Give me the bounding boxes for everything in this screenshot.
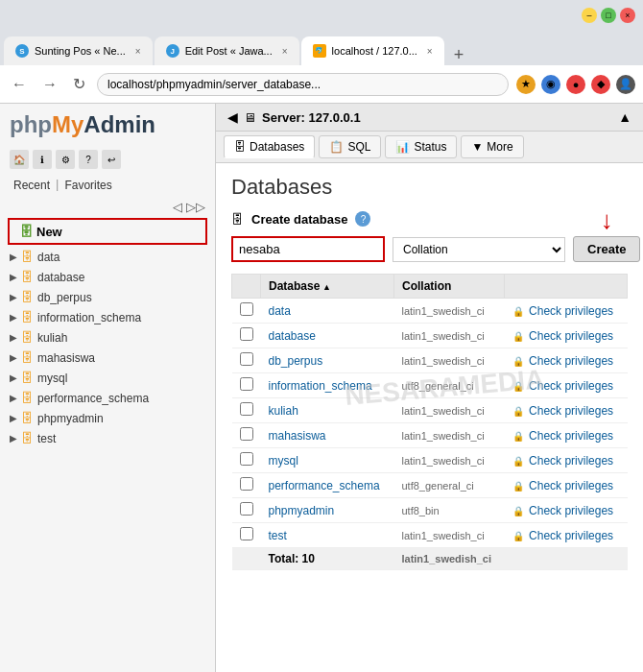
title-bar-controls: – □ ×	[582, 8, 635, 23]
create-button[interactable]: Create	[573, 236, 640, 262]
tab-edit[interactable]: J Edit Post « Jawa... ×	[155, 36, 299, 65]
row-name-mahasiswa: mahasiswa	[261, 423, 394, 448]
sidebar-tab-recent[interactable]: Recent	[10, 177, 54, 194]
user-avatar[interactable]: 👤	[616, 75, 635, 94]
sidebar-icon-exit[interactable]: ↩	[102, 150, 121, 169]
db-link-information_schema[interactable]: information_schema	[269, 379, 372, 393]
extension-icon-4[interactable]: ◆	[591, 75, 610, 94]
databases-label: Databases	[250, 140, 304, 154]
create-btn-wrapper: ↓ Create	[573, 236, 640, 262]
checkbox-data[interactable]	[240, 302, 253, 316]
sidebar-db-item-data[interactable]: ▶ 🗄 data	[0, 247, 215, 267]
sidebar-db-item-mahasiswa[interactable]: ▶ 🗄 mahasiswa	[0, 348, 215, 368]
sidebar-icon-home[interactable]: 🏠	[10, 150, 29, 169]
checkpriv-link-mysql[interactable]: Check privileges	[529, 454, 613, 468]
checkbox-test[interactable]	[240, 527, 253, 540]
row-checkbox-phpmyadmin	[232, 498, 261, 523]
more-label: More	[487, 140, 512, 154]
checkbox-performance_schema[interactable]	[240, 477, 253, 491]
sidebar-db-item-test[interactable]: ▶ 🗄 test	[0, 428, 215, 448]
minimize-button[interactable]: –	[582, 8, 597, 23]
db-name-performance_schema: performance_schema	[37, 392, 149, 405]
checkbox-phpmyadmin[interactable]	[240, 502, 253, 516]
row-collation-test: latin1_swedish_ci	[393, 523, 504, 548]
row-collation-db_perpus: latin1_swedish_ci	[393, 348, 504, 373]
tab-close-pma[interactable]: ×	[427, 46, 433, 57]
checkbox-database[interactable]	[240, 327, 253, 341]
checkpriv-link-db_perpus[interactable]: Check privileges	[529, 354, 613, 368]
sidebar-icon-help[interactable]: ?	[79, 150, 98, 169]
close-button[interactable]: ×	[620, 8, 635, 23]
checkpriv-link-performance_schema[interactable]: Check privileges	[529, 479, 613, 492]
logo-php: php	[10, 111, 52, 137]
sidebar-db-item-performance_schema[interactable]: ▶ 🗄 performance_schema	[0, 388, 215, 408]
sidebar-icon-info[interactable]: ℹ	[33, 150, 52, 169]
db-link-database[interactable]: database	[269, 329, 316, 343]
db-icon-phpmyadmin: 🗄	[21, 411, 34, 425]
extension-icon-1[interactable]: ★	[516, 75, 536, 94]
checkpriv-link-kuliah[interactable]: Check privileges	[529, 404, 613, 418]
forward-button[interactable]: →	[38, 74, 61, 95]
maximize-button[interactable]: □	[601, 8, 616, 23]
db-link-mahasiswa[interactable]: mahasiswa	[269, 429, 326, 443]
expand-icon[interactable]: ▷▷	[186, 200, 205, 214]
checkbox-kuliah[interactable]	[240, 402, 253, 416]
sidebar-db-item-information_schema[interactable]: ▶ 🗄 information_schema	[0, 307, 215, 327]
sidebar-icon-settings[interactable]: ⚙	[56, 150, 75, 169]
sidebar-db-item-mysql[interactable]: ▶ 🗄 mysql	[0, 368, 215, 388]
db-link-mysql[interactable]: mysql	[269, 454, 298, 468]
reload-button[interactable]: ↻	[69, 73, 89, 95]
checkbox-information_schema[interactable]	[240, 377, 253, 391]
sidebar-db-item-db_perpus[interactable]: ▶ 🗄 db_perpus	[0, 287, 215, 307]
sidebar-tab-favorites[interactable]: Favorites	[60, 177, 115, 194]
tab-bar: S Sunting Pos « Ne... × J Edit Post « Ja…	[0, 31, 643, 65]
db-link-kuliah[interactable]: kuliah	[269, 404, 298, 418]
th-database[interactable]: Database	[261, 275, 394, 299]
checkbox-db_perpus[interactable]	[240, 352, 253, 366]
nav-more-button[interactable]: ▼ More	[461, 135, 523, 158]
db-link-db_perpus[interactable]: db_perpus	[269, 354, 323, 368]
sidebar-db-item-database[interactable]: ▶ 🗄 database	[0, 267, 215, 287]
extension-icon-2[interactable]: ◉	[541, 75, 560, 94]
db-link-performance_schema[interactable]: performance_schema	[269, 479, 380, 492]
nav-sql-button[interactable]: 📋 SQL	[319, 135, 381, 158]
new-tab-button[interactable]: +	[446, 45, 472, 65]
extension-icon-3[interactable]: ●	[566, 75, 585, 94]
db-link-data[interactable]: data	[269, 304, 291, 318]
checkpriv-link-test[interactable]: Check privileges	[529, 529, 613, 542]
create-db-input[interactable]	[231, 236, 385, 262]
table-header-row: Database Collation	[232, 275, 628, 299]
new-database-button[interactable]: 🗄 New	[8, 218, 207, 245]
tab-close-edit[interactable]: ×	[282, 46, 288, 57]
back-arrow[interactable]: ◀	[227, 109, 238, 125]
db-link-phpmyadmin[interactable]: phpmyadmin	[269, 504, 335, 517]
nav-status-button[interactable]: 📊 Status	[385, 135, 457, 158]
tab-sunting[interactable]: S Sunting Pos « Ne... ×	[4, 36, 153, 65]
row-collation-phpmyadmin: utf8_bin	[393, 498, 504, 523]
tab-close-sunting[interactable]: ×	[135, 46, 141, 57]
header-expand[interactable]: ▲	[618, 109, 631, 125]
info-icon[interactable]: ?	[355, 211, 370, 227]
tab-title-edit: Edit Post « Jawa...	[185, 45, 273, 57]
row-checkpriv-mysql: 🔒 Check privileges	[505, 448, 628, 473]
collapse-icon[interactable]: ◁	[173, 200, 182, 214]
checkbox-mysql[interactable]	[240, 452, 253, 466]
sidebar-db-item-phpmyadmin[interactable]: ▶ 🗄 phpmyadmin	[0, 408, 215, 428]
checkpriv-link-information_schema[interactable]: Check privileges	[529, 379, 613, 393]
checkpriv-link-mahasiswa[interactable]: Check privileges	[529, 429, 613, 443]
nav-databases-button[interactable]: 🗄 Databases	[224, 135, 315, 158]
address-input[interactable]	[97, 73, 509, 96]
database-table: Database Collation data latin1_swedish_c…	[231, 274, 628, 570]
tab-phpmyadmin[interactable]: 🐬 localhost / 127.0... ×	[301, 36, 444, 65]
row-checkpriv-phpmyadmin: 🔒 Check privileges	[505, 498, 628, 523]
collation-select[interactable]: Collation utf8_general_ci latin1_swedish…	[393, 237, 565, 262]
checkpriv-link-database[interactable]: Check privileges	[529, 329, 613, 343]
th-collation[interactable]: Collation	[393, 275, 504, 299]
checkpriv-link-phpmyadmin[interactable]: Check privileges	[529, 504, 613, 517]
back-button[interactable]: ←	[8, 74, 31, 95]
lock-icon-database: 🔒	[512, 331, 524, 342]
sidebar-db-item-kuliah[interactable]: ▶ 🗄 kuliah	[0, 327, 215, 348]
checkbox-mahasiswa[interactable]	[240, 427, 253, 441]
checkpriv-link-data[interactable]: Check privileges	[529, 304, 613, 318]
db-link-test[interactable]: test	[269, 529, 287, 542]
